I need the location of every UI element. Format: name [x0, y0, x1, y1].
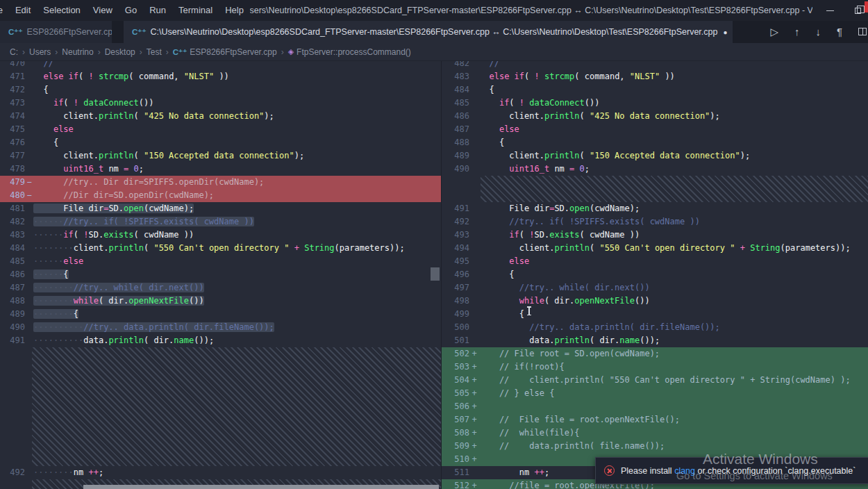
code-line-486[interactable]: 486 client.println( "425 No data connect… [442, 110, 868, 123]
horizontal-scrollbar[interactable] [83, 485, 439, 489]
code-line-492[interactable]: 492 //try.. if( !SPIFFS.exists( cwdName … [442, 215, 868, 229]
tab-diff-active[interactable]: C⁺⁺ C:\Users\Neutrino\Desktop\esp8266SDC… [124, 21, 733, 43]
menu-item-run[interactable]: Run [143, 0, 172, 21]
run-icon[interactable]: ▷ [770, 21, 778, 43]
code-line-499[interactable]: 499 { [442, 308, 868, 321]
breadcrumb-item[interactable]: Neutrino [60, 47, 94, 57]
code-line-490[interactable]: 490 uint16_t nm = 0; [442, 163, 868, 176]
menu-item-selection[interactable]: Selection [37, 0, 86, 21]
menu-item-go[interactable]: Go [119, 0, 143, 21]
code-line-507[interactable]: 507+ // File file = root.openNextFile(); [442, 413, 868, 426]
diff-pane-modified[interactable]: 482 //483 else if( ! strcmp( command, "N… [441, 61, 868, 489]
restore-icon[interactable] [855, 8, 861, 14]
code-line-472[interactable]: 472 { [0, 83, 441, 97]
code-line-488[interactable]: 488········while( dir.openNextFile()) [0, 295, 441, 308]
menu-item-help[interactable]: Help [219, 0, 250, 21]
code-line-490[interactable]: 490··········//try.. data.println( dir.f… [0, 321, 441, 334]
code-line-471[interactable]: 471 else if( ! strcmp( command, "NLST" )… [0, 70, 441, 83]
next-change-icon[interactable]: ↓ [815, 21, 821, 43]
code-line-475[interactable]: 475 else [0, 123, 441, 136]
code-line-476[interactable]: 476 { [0, 136, 441, 149]
code-line-479[interactable]: 479− //try.. Dir dir=SPIFFS.openDir(cwdN… [0, 176, 441, 189]
code-line-498[interactable]: 498 while( dir.openNextFile()) [442, 295, 868, 308]
code-line-470[interactable]: 470 // [0, 61, 441, 70]
dirty-dot-icon[interactable]: ● [723, 28, 727, 36]
code-line-494[interactable]: 494 client.println( "550 Can't open dire… [442, 242, 868, 255]
code-line-495[interactable]: 495 else [442, 255, 868, 268]
diff-sign [25, 136, 33, 149]
code-line-474[interactable]: 474 client.println( "425 No data connect… [0, 110, 441, 123]
code-line-491[interactable]: 491··········data.println( dir.name()); [0, 334, 441, 347]
code-line-496[interactable]: 496 { [442, 268, 868, 281]
diff-sign [469, 466, 479, 479]
menu-item-terminal[interactable]: Terminal [172, 0, 219, 21]
editor-actions: ▷↑↓¶ [770, 21, 868, 43]
code-line-508[interactable]: 508+ // while(file){ [442, 426, 868, 440]
line-number: 489 [0, 308, 25, 321]
code-line-484[interactable]: 484 { [442, 83, 868, 97]
menu-item-view[interactable]: View [87, 0, 119, 21]
line-number: 489 [442, 149, 469, 163]
code-line-502[interactable]: 502+ // File root = SD.open(cwdName); [442, 347, 868, 360]
tab-bar: C⁺⁺ ESP8266FtpServer.cpp C⁺⁺ C:\Users\Ne… [0, 21, 868, 43]
breadcrumb-item[interactable]: C⁺⁺ESP8266FtpServer.cpp [172, 47, 278, 57]
diff-sign [469, 255, 479, 268]
close-icon[interactable] [865, 1, 868, 13]
menu-item-edit[interactable]: Edit [9, 0, 37, 21]
breadcrumb-item[interactable]: Desktop [103, 47, 137, 57]
code-line-482[interactable]: 482······//try.. if( !SPIFFS.exists( cwd… [0, 215, 441, 229]
diff-sign: + [469, 347, 479, 360]
tab-esp8266ftpserver[interactable]: C⁺⁺ ESP8266FtpServer.cpp [0, 21, 112, 43]
code-line-481[interactable]: 481 File dir=SD.open(cwdName); [0, 202, 441, 215]
menu-item-file[interactable]: File [0, 0, 9, 21]
clang-link[interactable]: clang [674, 466, 695, 476]
minimize-icon[interactable] [826, 10, 834, 11]
render-whitespace-icon[interactable]: ¶ [837, 21, 842, 43]
code-text: uint16_t nm = 0; [479, 163, 868, 176]
code-line-497[interactable]: 497 //try.. while( dir.next()) [442, 281, 868, 295]
clang-notification[interactable]: Please install clang or check configurat… [595, 457, 868, 484]
code-line-473[interactable]: 473 if( ! dataConnect()) [0, 97, 441, 110]
line-number: 491 [0, 334, 25, 347]
breadcrumb-item[interactable]: ◈FtpServer::processCommand() [287, 47, 412, 57]
code-line-487[interactable]: 487 else [442, 123, 868, 136]
diff-sign [25, 97, 33, 110]
previous-change-icon[interactable]: ↑ [794, 21, 800, 43]
code-line-505[interactable]: 505+ // } else { [442, 387, 868, 400]
code-line-483[interactable]: 483······if( !SD.exists( cwdName )) [0, 229, 441, 242]
code-line-485[interactable]: 485 if( ! dataConnect()) [442, 97, 868, 110]
line-number: 492 [0, 466, 25, 479]
code-line-489[interactable]: 489········{ [0, 308, 441, 321]
code-line-491[interactable]: 491 File dir=SD.open(cwdName); [442, 202, 868, 215]
code-line-493[interactable]: 493 if( !SD.exists( cwdName )) [442, 229, 868, 242]
code-line-486[interactable]: 486······{ [0, 268, 441, 281]
code-line-482[interactable]: 482 // [442, 61, 868, 70]
code-text: // [479, 61, 868, 70]
code-line-484[interactable]: 484········client.println( "550 Can't op… [0, 242, 441, 255]
code-line-488[interactable]: 488 { [442, 136, 868, 149]
code-line-504[interactable]: 504+ // client.println( "550 Can't open … [442, 374, 868, 387]
split-editor-icon[interactable] [858, 21, 867, 43]
left-pane-vertical-scrollbar[interactable] [431, 267, 440, 281]
breadcrumb-item[interactable]: Test [145, 47, 163, 57]
code-line-477[interactable]: 477 client.println( "150 Accepted data c… [0, 149, 441, 163]
code-line-500[interactable]: 500 //try.. data.println( dir.fileName()… [442, 321, 868, 334]
code-line-503[interactable]: 503+ // if(!root){ [442, 360, 868, 374]
line-number: 508 [442, 426, 469, 440]
diff-sign [25, 268, 33, 281]
code-line-480[interactable]: 480− //Dir dir=SD.openDir(cwdName); [0, 189, 441, 202]
breadcrumb-item[interactable]: Users [28, 47, 52, 57]
diff-sign: + [469, 374, 479, 387]
diff-pane-original[interactable]: 470 //471 else if( ! strcmp( command, "N… [0, 61, 441, 489]
cpp-file-icon: C⁺⁺ [132, 27, 146, 37]
code-line-506[interactable]: 506+ [442, 400, 868, 413]
code-line-487[interactable]: 487········//try.. while( dir.next()) [0, 281, 441, 295]
code-line-492[interactable]: 492········nm ++; [0, 466, 441, 479]
code-line-483[interactable]: 483 else if( ! strcmp( command, "NLST" )… [442, 70, 868, 83]
code-line-509[interactable]: 509+ // data.println( file.name()); [442, 440, 868, 453]
code-line-501[interactable]: 501 data.println( dir.name()); [442, 334, 868, 347]
code-line-489[interactable]: 489 client.println( "150 Accepted data c… [442, 149, 868, 163]
code-line-478[interactable]: 478 uint16_t nm = 0; [0, 163, 441, 176]
code-line-485[interactable]: 485······else [0, 255, 441, 268]
breadcrumb-item[interactable]: C: [8, 47, 19, 57]
